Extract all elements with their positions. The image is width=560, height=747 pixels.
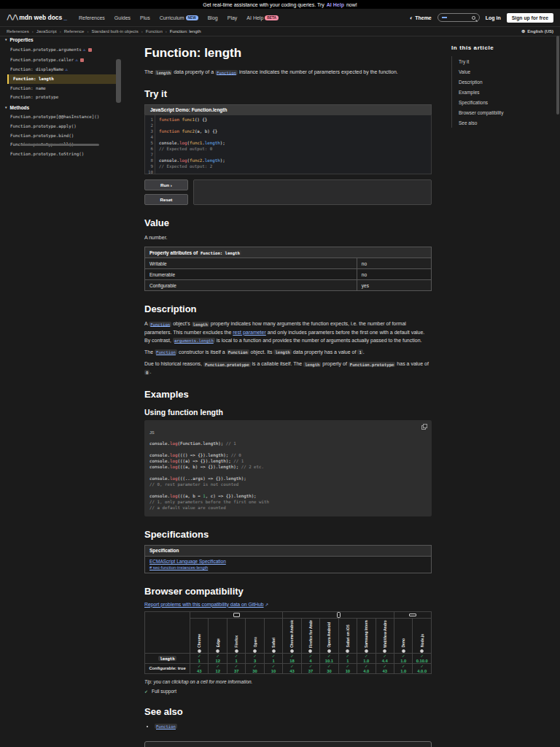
nav-guides[interactable]: Guides xyxy=(114,15,131,20)
attr-writable-label: Writable xyxy=(145,258,357,269)
crumb-javascript[interactable]: JavaScript xyxy=(36,29,57,34)
compat-cell[interactable]: ✓1 xyxy=(338,653,357,663)
sidebar-vertical-scrollbar[interactable] xyxy=(116,59,121,103)
compat-cell[interactable]: ✓37 xyxy=(227,663,245,673)
sidebar-item-displayname[interactable]: Function: displayName⚠ xyxy=(7,64,118,74)
nav-plus[interactable]: Plus xyxy=(140,15,150,20)
compat-cell[interactable]: ✓18 xyxy=(283,653,301,663)
deprecated-icon xyxy=(88,48,92,52)
run-button[interactable]: Run › xyxy=(144,179,188,190)
line-number: 9 xyxy=(145,164,153,170)
compat-cell[interactable]: ✓3 xyxy=(246,653,264,663)
toc-item-specifications[interactable]: Specifications xyxy=(452,97,554,107)
compat-cell[interactable]: ✓30 xyxy=(246,663,264,673)
sidebar-item-apply[interactable]: Function.prototype.apply() xyxy=(7,122,118,131)
page-layout: ▼Properties Function.prototype.arguments… xyxy=(0,36,560,747)
text-run: data property of a xyxy=(172,69,215,74)
spec-link[interactable]: ECMAScript Language Specification xyxy=(149,559,226,564)
compat-cell[interactable]: ✓1.0 xyxy=(394,663,412,673)
sidebar-section-properties[interactable]: ▼Properties xyxy=(4,36,118,44)
mdn-logo[interactable]: /\/\ mdn web docs _ xyxy=(7,14,67,21)
code-token: function xyxy=(159,129,179,133)
code-link-chip[interactable]: Function xyxy=(215,70,238,75)
search-input[interactable] xyxy=(438,13,480,22)
nav-ai-help[interactable]: AI HelpBETA xyxy=(246,15,279,20)
compat-cell[interactable]: ✓1 xyxy=(190,653,209,663)
demo-code[interactable]: function func1() {} function func2(a, b)… xyxy=(155,115,431,174)
code-link-chip[interactable]: Function xyxy=(149,322,171,327)
compat-cell[interactable]: ✓10 xyxy=(338,663,357,673)
ai-help-banner-link[interactable]: AI Help xyxy=(327,2,344,7)
code-token: func1 xyxy=(182,117,194,122)
code-token: // Expected output: 2 xyxy=(159,164,212,169)
sidebar-item-length-active[interactable]: Function: length xyxy=(7,74,118,84)
sidebar-section-methods[interactable]: ▼Methods xyxy=(4,102,118,112)
compat-cell[interactable]: ✓43 xyxy=(190,663,209,673)
compat-cell[interactable]: ✓43 xyxy=(376,663,394,673)
crumb-standard-objects[interactable]: Standard built-in objects xyxy=(91,29,138,34)
compat-cell[interactable]: ✓1 xyxy=(227,653,245,663)
compat-cell[interactable]: ✓4.0 xyxy=(357,663,376,673)
compat-cell[interactable]: ✓10 xyxy=(264,663,282,673)
sidebar-item-caller[interactable]: Function.prototype.caller⚠ xyxy=(7,55,118,65)
sidebar-list: ▼Properties Function.prototype.arguments… xyxy=(7,36,118,159)
page-scrollbar[interactable] xyxy=(556,36,559,115)
language-switcher[interactable]: ⊕ English (US) xyxy=(521,28,553,34)
crumb-reference[interactable]: Reference xyxy=(64,29,85,34)
compat-cell[interactable]: ✓12 xyxy=(209,653,227,663)
code-token: log xyxy=(170,494,177,498)
compat-cell[interactable]: ✓4 xyxy=(301,653,319,663)
compat-cell[interactable]: ✓37 xyxy=(301,663,319,673)
check-icon: ✓ xyxy=(376,664,394,668)
signup-button[interactable]: Sign up for free xyxy=(507,13,553,23)
browser-opera-android: Opera Android xyxy=(320,618,338,653)
nav-play[interactable]: Play xyxy=(228,15,238,20)
toc-item-see-also[interactable]: See also xyxy=(452,117,554,128)
compat-cell[interactable]: ✓1 xyxy=(264,653,282,663)
copy-icon[interactable] xyxy=(421,424,427,429)
code-link-chip[interactable]: Function xyxy=(155,724,177,729)
compat-cell[interactable]: ✓4.4 xyxy=(376,653,394,663)
spec-anchor-link[interactable]: # sec-function-instances-length xyxy=(149,565,427,570)
compat-cell[interactable]: ✓12 xyxy=(209,663,227,673)
compat-cell[interactable]: ✓0.10.0 xyxy=(413,653,432,663)
login-link[interactable]: Log in xyxy=(486,15,501,20)
toc-item-try-it[interactable]: Try it xyxy=(452,56,554,66)
compat-cell[interactable]: ✓1.0 xyxy=(394,653,412,663)
see-also-item[interactable]: Function xyxy=(155,722,432,730)
crumb-references[interactable]: References xyxy=(7,29,29,34)
search-icon[interactable] xyxy=(472,16,475,20)
toc-item-value[interactable]: Value xyxy=(452,66,554,77)
heading-try-it: Try it xyxy=(144,88,432,99)
nav-blog[interactable]: Blog xyxy=(208,15,218,20)
sidebar-item-hasinstance[interactable]: Function.prototype[@@hasInstance]() xyxy=(7,112,118,122)
sidebar-horizontal-scrollbar[interactable] xyxy=(20,144,99,146)
toc-item-browser-compatibility[interactable]: Browser compatibility xyxy=(452,107,554,117)
nav-curriculum[interactable]: CurriculumNEW xyxy=(160,15,198,20)
sidebar-item-prototype[interactable]: Function: prototype xyxy=(7,93,118,102)
crumb-function[interactable]: Function xyxy=(146,29,163,34)
toc-item-description[interactable]: Description xyxy=(452,77,554,87)
compat-cell[interactable]: ✓1.0 xyxy=(357,653,376,663)
line-number: 6 xyxy=(145,147,153,152)
toc-item-examples[interactable]: Examples xyxy=(452,87,554,97)
compat-cell[interactable]: ✓10.1 xyxy=(320,653,338,663)
doc-sidebar: ▼Properties Function.prototype.arguments… xyxy=(0,36,137,160)
sidebar-item-arguments[interactable]: Function.prototype.arguments⚠ xyxy=(7,44,118,55)
theme-toggle[interactable]: ◐ Theme xyxy=(410,15,432,20)
compat-cell[interactable]: ✓30 xyxy=(320,663,338,673)
sidebar-item-bind[interactable]: Function.prototype.bind() xyxy=(7,131,118,141)
compat-cell[interactable]: ✓4.0.0 xyxy=(413,663,432,673)
code-link-chip[interactable]: arguments.length xyxy=(173,338,215,343)
code-line: function func2(a, b) {} xyxy=(159,129,431,135)
sidebar-item-name[interactable]: Function: name xyxy=(7,84,118,93)
sidebar-item-tostring[interactable]: Function.prototype.toString() xyxy=(7,150,118,159)
code-link-chip[interactable]: Function xyxy=(155,349,177,355)
compat-cell[interactable]: ✓43 xyxy=(283,663,301,673)
inline-link[interactable]: rest parameter xyxy=(233,330,266,335)
compat-report-link[interactable]: Report problems with this compatibility … xyxy=(144,602,264,607)
reset-button[interactable]: Reset xyxy=(144,194,188,205)
nav-references[interactable]: References xyxy=(79,15,105,20)
demo-code-editor[interactable]: 12345678910 function func1() {} function… xyxy=(144,115,432,174)
code-token: , c) => {}).length); xyxy=(206,494,257,498)
